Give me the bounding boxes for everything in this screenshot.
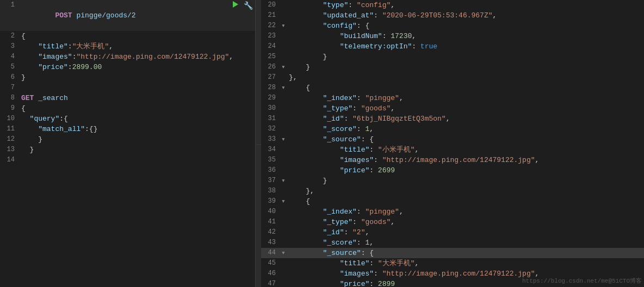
rline-content-45: "title": "大米手机", [287, 258, 644, 269]
line-10: 10 "query":{ [0, 114, 255, 124]
line-2: 2 { [0, 31, 255, 41]
rline-content-31: "_id": "6tbj_NIBgqztEtQ3m5on", [287, 114, 644, 124]
split-divider[interactable]: ⋮ [256, 0, 261, 287]
rline-num-42: 42 [261, 227, 280, 238]
line-num-13: 13 [0, 145, 19, 155]
rline-content-20: "type": "config", [287, 0, 644, 10]
fold-39[interactable]: ▾ [280, 196, 287, 207]
line-num-4: 4 [0, 52, 19, 62]
rline-content-34: "title": "小米手机", [287, 145, 644, 155]
wrench-button[interactable]: 🔧 [242, 0, 255, 11]
right-line-40: 40 "_index": "pingge", [261, 207, 644, 217]
line-num-11: 11 [0, 124, 19, 134]
rline-content-37: } [287, 176, 644, 186]
rline-num-26: 26 [261, 62, 280, 72]
run-button[interactable] [231, 0, 240, 9]
line-num-14: 14 [0, 155, 19, 165]
rline-content-23: "buildNum": 17230, [287, 31, 644, 41]
line-4: 4 "images":"http://image.ping.com/124791… [0, 52, 255, 62]
rline-content-22: "config": { [287, 21, 644, 31]
fold-37[interactable]: ▾ [280, 176, 287, 186]
rline-num-24: 24 [261, 41, 280, 52]
rline-num-34: 34 [261, 145, 280, 155]
right-line-24: 24 "telemetry:optIn": true [261, 41, 644, 52]
rline-num-40: 40 [261, 207, 280, 217]
rline-content-25: } [287, 52, 644, 62]
split-dots-icon: ⋮ [256, 142, 262, 146]
rline-num-43: 43 [261, 238, 280, 248]
fold-28[interactable]: ▾ [280, 83, 287, 93]
rline-content-29: "_index": "pingge", [287, 93, 644, 103]
right-line-30: 30 "_type": "goods", [261, 103, 644, 114]
rline-num-33: 33 [261, 134, 280, 145]
watermark: https://blog.csdn.net/me@51CTO博客 [522, 277, 642, 285]
line-content-11: "match_all":{} [19, 124, 255, 134]
line-content-10: "query":{ [19, 114, 255, 124]
rline-num-46: 46 [261, 269, 280, 279]
line-content-6: } [19, 72, 255, 83]
rline-num-23: 23 [261, 31, 280, 41]
fold-26[interactable]: ▾ [280, 62, 287, 72]
line-num-7: 7 [0, 83, 19, 93]
right-output-panel[interactable]: 20 "type": "config", 21 "updated_at": "2… [261, 0, 644, 287]
rline-num-27: 27 [261, 72, 280, 83]
fold-44[interactable]: ▾ [280, 248, 287, 258]
line-5: 5 "price":2899.00 [0, 62, 255, 72]
right-line-35: 35 "images": "http://image.ping.com/1247… [261, 155, 644, 165]
rline-content-35: "images": "http://image.ping.com/1247912… [287, 155, 644, 165]
rline-num-30: 30 [261, 103, 280, 114]
line-content-9: { [19, 103, 255, 114]
fold-33[interactable]: ▾ [280, 134, 287, 145]
method-post: POST [55, 11, 72, 20]
rline-content-30: "_type": "goods", [287, 103, 644, 114]
rline-content-24: "telemetry:optIn": true [287, 41, 644, 52]
rline-num-36: 36 [261, 165, 280, 176]
line-7: 7 [0, 83, 255, 93]
line-9: 9 { [0, 103, 255, 114]
rline-num-47: 47 [261, 279, 280, 287]
line-14: 14 [0, 155, 255, 165]
wrench-icon: 🔧 [244, 1, 253, 10]
rline-content-42: "_id": "2", [287, 227, 644, 238]
play-icon [233, 1, 238, 8]
line-12: 12 } [0, 134, 255, 145]
rline-content-33: "_source": { [287, 134, 644, 145]
rline-content-26: } [287, 62, 644, 72]
line-content-2: { [19, 31, 255, 41]
right-line-22: 22 ▾ "config": { [261, 21, 644, 31]
line-num-12: 12 [0, 134, 19, 145]
rline-content-38: }, [287, 186, 644, 196]
rline-num-21: 21 [261, 10, 280, 21]
rline-num-20: 20 [261, 0, 280, 10]
line-1: 1 POST pingge/goods/2 🔧 [0, 0, 255, 31]
left-code-editor[interactable]: 1 POST pingge/goods/2 🔧 2 { 3 "title":"大… [0, 0, 255, 287]
rline-content-36: "price": 2699 [287, 165, 644, 176]
right-line-20: 20 "type": "config", [261, 0, 644, 10]
right-code-area: 20 "type": "config", 21 "updated_at": "2… [261, 0, 644, 287]
line-content-5: "price":2899.00 [19, 62, 255, 72]
rline-content-43: "_score": 1, [287, 238, 644, 248]
right-line-26: 26 ▾ } [261, 62, 644, 72]
right-line-32: 32 "_score": 1, [261, 124, 644, 134]
right-line-31: 31 "_id": "6tbj_NIBgqztEtQ3m5on", [261, 114, 644, 124]
rline-content-27: }, [287, 72, 644, 83]
rline-content-40: "_index": "pingge", [287, 207, 644, 217]
rline-content-39: { [287, 196, 644, 207]
right-line-38: 38 }, [261, 186, 644, 196]
line-num-10: 10 [0, 114, 19, 124]
rline-num-22: 22 [261, 21, 280, 31]
line-11: 11 "match_all":{} [0, 124, 255, 134]
fold-22[interactable]: ▾ [280, 21, 287, 31]
right-line-23: 23 "buildNum": 17230, [261, 31, 644, 41]
right-line-36: 36 "price": 2699 [261, 165, 644, 176]
line-num-2: 2 [0, 31, 19, 41]
line-content-8: GET _search [19, 93, 255, 103]
line-content-13: } [19, 145, 255, 155]
rline-num-39: 39 [261, 196, 280, 207]
right-line-21: 21 "updated_at": "2020-06-29T05:53:46.96… [261, 10, 644, 21]
path-1: pingge/goods/2 [72, 11, 136, 20]
rline-num-44: 44 [261, 248, 280, 258]
line-content-4: "images":"http://image.ping.com/12479122… [19, 52, 255, 62]
rline-num-28: 28 [261, 83, 280, 93]
right-line-45: 45 "title": "大米手机", [261, 258, 644, 269]
